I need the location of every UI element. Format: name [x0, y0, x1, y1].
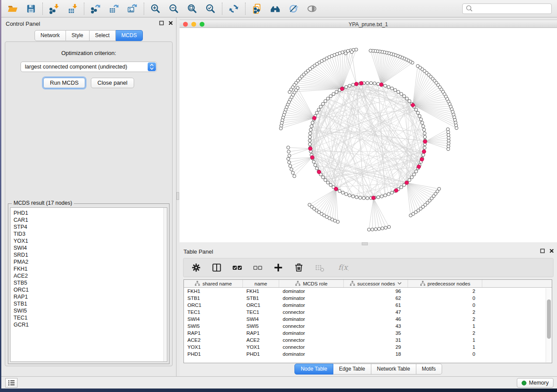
- task-history-button[interactable]: [5, 378, 17, 388]
- graphics-details-icon[interactable]: [287, 3, 300, 15]
- column-header-successor-nodes[interactable]: successor nodes: [344, 280, 408, 287]
- mcds-node-item[interactable]: GCR1: [14, 321, 167, 328]
- tab-network[interactable]: Network: [35, 30, 66, 41]
- mcds-node-item[interactable]: STB5: [14, 279, 167, 286]
- mcds-node-item[interactable]: FKH1: [14, 265, 167, 272]
- tab-motifs[interactable]: Motifs: [416, 364, 442, 375]
- table-row[interactable]: PHD1PHD1dominator180: [184, 351, 552, 358]
- column-header-shared-name[interactable]: shared name: [184, 280, 243, 287]
- mcds-node-item[interactable]: STP4: [14, 224, 167, 230]
- cell-shared-name: ORC1: [184, 302, 243, 309]
- column-header-predecessor-nodes[interactable]: predecessor nodes: [408, 280, 482, 287]
- table-scrollbar-thumb[interactable]: [547, 299, 551, 339]
- search-field[interactable]: [462, 3, 552, 14]
- mcds-node-item[interactable]: CAR1: [14, 217, 167, 224]
- export-network-icon[interactable]: [90, 3, 102, 15]
- column-header-name[interactable]: name: [243, 280, 279, 287]
- zoom-in-icon[interactable]: [149, 3, 162, 15]
- cell-predecessor-nodes: 1: [408, 344, 482, 351]
- network-canvas[interactable]: [180, 28, 557, 242]
- table-row[interactable]: STB1STB1dominator620: [184, 295, 552, 302]
- mcds-node-item[interactable]: TEC1: [14, 314, 167, 321]
- show-columns-icon[interactable]: [211, 262, 222, 273]
- network-window-titlebar[interactable]: YPA_prune.txt_1: [180, 20, 557, 28]
- attribute-type-icon: [420, 281, 426, 287]
- mcds-node-item[interactable]: YOX1: [14, 237, 167, 244]
- table-scrollbar[interactable]: [546, 288, 551, 362]
- table-row[interactable]: TEC1TEC1connector472: [184, 309, 552, 316]
- save-session-icon[interactable]: [25, 3, 37, 15]
- duplicate-network-icon[interactable]: [251, 3, 263, 15]
- select-all-rows-icon[interactable]: [232, 262, 243, 273]
- vertical-splitter-handle[interactable]: [176, 192, 179, 200]
- tab-style[interactable]: Style: [66, 30, 90, 41]
- close-panel-button[interactable]: Close panel: [91, 78, 134, 88]
- float-panel-icon[interactable]: [159, 21, 164, 26]
- cell-MCDS-role: connector: [279, 323, 344, 330]
- cell-successor-nodes: 47: [344, 309, 408, 316]
- add-column-icon[interactable]: [273, 262, 284, 273]
- table-row[interactable]: ACE2ACE2connector311: [184, 337, 552, 344]
- open-session-icon[interactable]: [7, 3, 19, 15]
- mcds-node-item[interactable]: SWI5: [14, 307, 167, 314]
- delete-column-icon[interactable]: [293, 262, 304, 273]
- memory-button[interactable]: Memory: [517, 378, 554, 388]
- cell-name: YOX1: [243, 344, 279, 351]
- import-network-icon[interactable]: [48, 3, 60, 15]
- table-row[interactable]: ORC1ORC1dominator610: [184, 302, 552, 309]
- optimization-criterion-label: Optimization criterion:: [5, 50, 172, 56]
- tab-network-table[interactable]: Network Table: [371, 364, 416, 375]
- zoom-fit-icon[interactable]: [186, 3, 198, 15]
- close-panel-icon[interactable]: [549, 248, 554, 254]
- select-stepper-icon: [148, 62, 156, 71]
- zoom-out-icon[interactable]: [168, 3, 180, 15]
- tab-select[interactable]: Select: [90, 30, 116, 41]
- search-binoculars-icon[interactable]: [269, 3, 281, 15]
- float-panel-icon[interactable]: [540, 248, 545, 254]
- mcds-node-item[interactable]: PHD1: [14, 210, 167, 217]
- table-row[interactable]: FKH1FKH1dominator962: [184, 288, 552, 295]
- vertical-splitter[interactable]: [176, 17, 180, 376]
- column-settings-icon[interactable]: [190, 262, 202, 273]
- search-input[interactable]: [472, 6, 549, 12]
- criterion-select[interactable]: largest connected component (undirected): [21, 62, 157, 72]
- table-row[interactable]: RAP1RAP1dominator352: [184, 330, 552, 337]
- import-table-icon[interactable]: [66, 3, 79, 15]
- mcds-result-list[interactable]: PHD1CAR1STP4TID3YOX1SWI4SRD1PMA2FKH1ACE2…: [10, 207, 167, 362]
- table-header-row: shared namename MCDS role successor node…: [184, 280, 552, 288]
- mcds-node-item[interactable]: SWI4: [14, 244, 167, 251]
- cell-predecessor-nodes: 0: [408, 302, 482, 309]
- mcds-list-scrollbar[interactable]: [163, 208, 167, 361]
- apply-layout-icon[interactable]: [228, 3, 240, 15]
- mcds-node-item[interactable]: RAP1: [14, 293, 167, 300]
- tab-edge-table[interactable]: Edge Table: [333, 364, 371, 375]
- cell-successor-nodes: 43: [344, 323, 408, 330]
- horizontal-splitter-handle[interactable]: [362, 242, 368, 245]
- tab-node-table[interactable]: Node Table: [294, 364, 333, 375]
- export-image-icon[interactable]: [126, 3, 138, 15]
- birds-eye-view-icon[interactable]: [306, 3, 318, 15]
- network-graph[interactable]: [180, 28, 557, 242]
- run-mcds-button[interactable]: Run MCDS: [43, 78, 85, 88]
- export-table-icon[interactable]: [108, 3, 120, 15]
- mcds-node-item[interactable]: PMA2: [14, 258, 167, 265]
- cell-shared-name: FKH1: [184, 288, 243, 295]
- table-row[interactable]: SWI4SWI4dominator462: [184, 316, 552, 323]
- deselect-all-rows-icon[interactable]: [252, 262, 263, 273]
- close-panel-icon[interactable]: [168, 21, 173, 26]
- horizontal-splitter[interactable]: [180, 242, 557, 246]
- cell-shared-name: TEC1: [184, 309, 243, 316]
- table-row[interactable]: SWI5SWI5connector431: [184, 323, 552, 330]
- mcds-node-item[interactable]: TID3: [14, 230, 167, 237]
- mcds-node-item[interactable]: ACE2: [14, 272, 167, 279]
- table-row[interactable]: YOX1YOX1connector291: [184, 344, 552, 351]
- mcds-node-item[interactable]: ORC1: [14, 286, 167, 293]
- column-header-MCDS-role[interactable]: MCDS role: [279, 280, 344, 287]
- tab-mcds[interactable]: MCDS: [116, 30, 143, 41]
- mcds-node-item[interactable]: SRD1: [14, 251, 167, 258]
- mcds-node-item[interactable]: STB1: [14, 300, 167, 307]
- cell-predecessor-nodes: 1: [408, 323, 482, 330]
- mcds-hub-nodes[interactable]: [308, 81, 427, 199]
- cell-name: STB1: [243, 295, 279, 302]
- zoom-selected-icon[interactable]: [204, 3, 217, 15]
